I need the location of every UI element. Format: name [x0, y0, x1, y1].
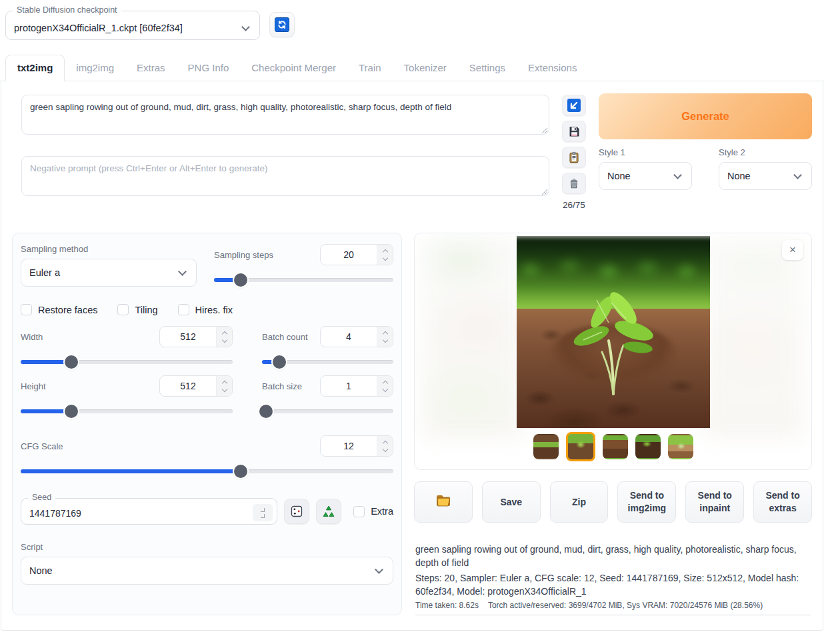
style2-dropdown[interactable]: None	[719, 162, 812, 190]
sampling-method-dropdown[interactable]: Euler a	[21, 259, 197, 287]
script-dropdown[interactable]: None	[21, 557, 393, 585]
negative-prompt-input[interactable]	[21, 156, 549, 196]
tiling-checkbox[interactable]: Tiling	[117, 304, 157, 315]
stepper-arrows[interactable]	[216, 327, 232, 347]
seed-input[interactable]	[21, 504, 253, 519]
info-prompt-text: green sapling rowing out of ground, mud,…	[415, 543, 811, 570]
vram-text: Torch active/reserved: 3699/4702 MiB, Sy…	[488, 601, 763, 610]
checkpoint-dropdown[interactable]: Stable Diffusion checkpoint protogenX34O…	[5, 11, 260, 40]
save-button[interactable]: Save	[482, 481, 541, 523]
checkbox-box	[117, 304, 129, 315]
chevron-down-icon	[178, 267, 187, 276]
sampling-method-label: Sampling method	[21, 244, 197, 254]
width-input[interactable]: 512	[159, 326, 233, 347]
tab-checkpoint-merger[interactable]: Checkpoint Merger	[240, 55, 347, 81]
gallery-blur-backdrop	[703, 236, 803, 439]
batch-count-label: Batch count	[262, 332, 308, 342]
prompt-input[interactable]: green sapling rowing out of ground, mud,…	[21, 95, 549, 135]
tab-extras[interactable]: Extras	[125, 55, 177, 81]
sampling-steps-input[interactable]: 20	[320, 244, 393, 265]
style1-label: Style 1	[599, 147, 692, 157]
save-style-button[interactable]	[562, 121, 586, 142]
trash-icon	[568, 177, 580, 189]
image-gallery: ×	[414, 233, 812, 470]
quick-settings-bar: Stable Diffusion checkpoint protogenX34O…	[0, 0, 824, 40]
thumbnail-strip	[415, 434, 811, 461]
prompt-tools-column: 26/75	[561, 95, 587, 210]
extra-seed-checkbox[interactable]: Extra	[353, 506, 393, 517]
cfg-scale-label: CFG Scale	[21, 441, 63, 451]
stepper-arrows[interactable]	[253, 504, 273, 521]
paste-generation-params-button[interactable]	[562, 95, 586, 116]
checkbox-box	[353, 506, 365, 517]
zip-button[interactable]: Zip	[550, 481, 609, 523]
chevron-down-icon	[241, 23, 250, 31]
batch-count-input[interactable]: 4	[320, 326, 393, 347]
height-slider[interactable]	[21, 405, 233, 418]
recycle-icon	[322, 505, 335, 518]
sampling-steps-slider[interactable]	[214, 273, 393, 287]
tab-settings[interactable]: Settings	[458, 55, 517, 81]
open-folder-button[interactable]	[414, 481, 473, 523]
folder-icon	[435, 494, 451, 507]
batch-size-input[interactable]: 1	[320, 375, 393, 397]
txt2img-panel: green sapling rowing out of ground, mud,…	[1, 81, 823, 631]
gallery-blur-backdrop	[423, 236, 523, 439]
reuse-seed-button[interactable]	[316, 499, 341, 524]
width-slider[interactable]	[21, 355, 233, 369]
thumbnail-1[interactable]	[533, 434, 559, 459]
clipboard-icon	[568, 151, 580, 163]
tab-img2img[interactable]: img2img	[65, 55, 125, 81]
generated-image[interactable]	[517, 236, 710, 428]
thumbnail-4[interactable]	[635, 434, 661, 459]
stepper-arrows[interactable]	[377, 327, 393, 347]
batch-size-label: Batch size	[262, 381, 302, 391]
time-taken-text: Time taken: 8.62s	[415, 601, 479, 610]
stepper-arrows[interactable]	[377, 376, 393, 396]
tab-tokenizer[interactable]: Tokenizer	[393, 55, 458, 81]
dice-icon	[290, 505, 303, 518]
tab-extensions[interactable]: Extensions	[517, 55, 588, 81]
info-params-text: Steps: 20, Sampler: Euler a, CFG scale: …	[415, 571, 811, 599]
stepper-arrows[interactable]	[216, 376, 232, 396]
tab-txt2img[interactable]: txt2img	[5, 55, 65, 81]
send-to-inpaint-button[interactable]: Send to inpaint	[685, 481, 744, 523]
batch-size-slider[interactable]	[262, 405, 393, 418]
thumbnail-3[interactable]	[603, 434, 628, 459]
stepper-arrows[interactable]	[377, 245, 393, 265]
clear-prompt-button[interactable]	[562, 173, 586, 194]
thumbnail-5[interactable]	[668, 434, 693, 459]
send-to-img2img-button[interactable]: Send to img2img	[617, 481, 676, 523]
hires-fix-checkbox[interactable]: Hires. fix	[178, 304, 233, 315]
main-tabbar: txt2img img2img Extras PNG Info Checkpoi…	[0, 55, 824, 81]
refresh-icon	[275, 17, 289, 32]
cfg-scale-input[interactable]: 12	[320, 435, 393, 457]
cfg-scale-slider[interactable]	[21, 465, 393, 478]
send-to-extras-button[interactable]: Send to extras	[753, 481, 812, 523]
close-gallery-button[interactable]: ×	[782, 240, 803, 260]
chevron-down-icon	[375, 565, 383, 574]
generate-button[interactable]: Generate	[599, 93, 812, 139]
seed-label: Seed	[28, 493, 55, 502]
batch-count-slider[interactable]	[262, 355, 393, 369]
tab-train[interactable]: Train	[347, 55, 393, 81]
style2-label: Style 2	[719, 147, 812, 157]
width-label: Width	[21, 332, 43, 342]
random-seed-button[interactable]	[284, 499, 309, 524]
stable-diffusion-webui: Stable Diffusion checkpoint protogenX34O…	[0, 0, 824, 644]
stepper-arrows[interactable]	[377, 436, 393, 456]
seed-field: Seed	[21, 498, 277, 525]
close-icon: ×	[789, 243, 796, 257]
height-label: Height	[21, 381, 46, 391]
refresh-checkpoints-button[interactable]	[269, 12, 295, 37]
prompt-column: green sapling rowing out of ground, mud,…	[21, 93, 549, 199]
checkbox-box	[178, 304, 189, 315]
chevron-down-icon	[673, 171, 682, 179]
height-input[interactable]: 512	[159, 375, 233, 397]
restore-faces-checkbox[interactable]: Restore faces	[21, 304, 97, 315]
apply-style-button[interactable]	[562, 147, 586, 168]
sampling-steps-label: Sampling steps	[214, 250, 273, 260]
thumbnail-2-selected[interactable]	[566, 432, 595, 461]
tab-png-info[interactable]: PNG Info	[177, 55, 241, 81]
style1-dropdown[interactable]: None	[599, 162, 692, 190]
